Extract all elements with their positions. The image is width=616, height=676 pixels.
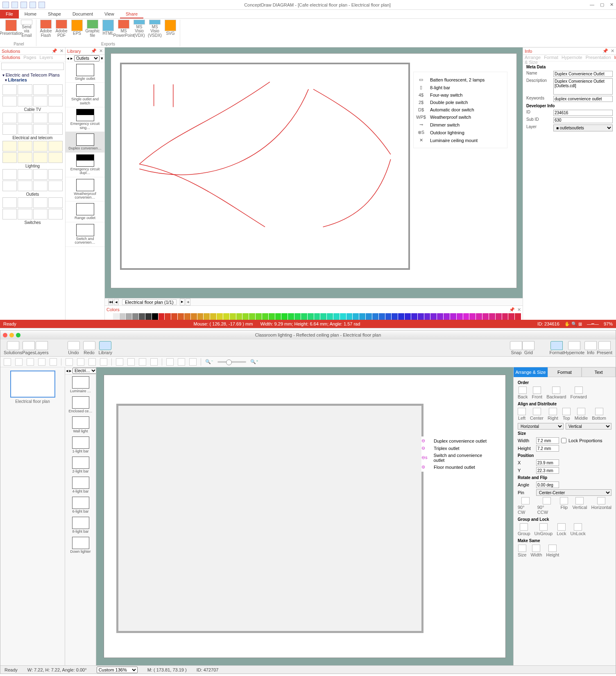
mac-lib-item[interactable]: 8-light bar [68,515,92,535]
h-distribute[interactable]: Horizontal [518,423,564,430]
color-swatch[interactable] [444,313,450,320]
tab-home[interactable]: Home [19,10,42,18]
color-swatch[interactable] [197,313,204,320]
export-pdf[interactable]: Adobe PDF [54,20,68,38]
mac-lib-item[interactable]: Luminaire … [68,375,92,395]
tab-share[interactable]: Share [120,10,143,18]
close-panel-icon[interactable]: ✕ [517,307,521,312]
color-swatch[interactable] [236,313,242,320]
color-swatch[interactable] [333,313,340,320]
color-swatch[interactable] [385,313,392,320]
itab-format[interactable]: Format [548,367,582,377]
color-swatch[interactable] [126,313,132,320]
color-swatch[interactable] [106,313,113,320]
lib-fwd-icon[interactable]: ▸ [69,368,72,373]
mac-lib-item[interactable]: 6-light bar [68,495,92,515]
color-swatch[interactable] [327,313,333,320]
tab-presentation[interactable]: Presentation [586,55,611,61]
color-swatch[interactable] [411,313,417,320]
color-swatch[interactable] [482,313,489,320]
color-swatch[interactable] [405,313,411,320]
color-swatch[interactable] [159,313,165,320]
stroke-icon[interactable] [189,358,197,366]
color-swatch[interactable] [515,313,521,320]
id-input[interactable] [553,110,613,116]
insp-btn-unlock[interactable]: UnLock [570,523,585,536]
export-vsdx[interactable]: MS Visio (VSDX) [148,20,162,38]
close-panel-icon[interactable]: ✕ [99,48,103,54]
subid-input[interactable] [553,117,613,123]
export-vdx[interactable]: MS Visio (VDX) [132,20,146,38]
color-swatch[interactable] [294,313,301,320]
shelf-switches[interactable] [0,197,65,219]
pencil-tool-icon[interactable] [88,358,96,366]
color-swatch[interactable] [346,313,353,320]
close-panel-icon[interactable]: ✕ [60,48,63,54]
color-swatch[interactable] [476,313,482,320]
color-swatch[interactable] [152,313,158,320]
hypernote-button[interactable]: Hypernote [564,341,584,355]
tab-view[interactable]: View [99,10,120,18]
tab-shape[interactable]: Shape [42,10,67,18]
insp-btn-horizontal[interactable]: Horizontal [591,497,611,515]
color-swatch[interactable] [314,313,320,320]
itab-text[interactable]: Text [582,367,616,377]
solutions-search[interactable] [1,63,64,70]
tab-layers[interactable]: Layers [39,55,53,61]
lib-fwd-icon[interactable]: ▸ [70,56,73,61]
pin-icon[interactable]: 📌 [509,307,515,312]
color-swatch[interactable] [463,313,469,320]
library-item[interactable]: Switch and convenien… [66,222,104,247]
color-swatch[interactable] [366,313,372,320]
y-input[interactable] [536,467,559,474]
color-swatch[interactable] [269,313,275,320]
color-swatch[interactable] [450,313,456,320]
color-swatch[interactable] [113,313,119,320]
lib-menu-icon[interactable]: ▾ [101,56,103,61]
send-email-button[interactable]: Send via Email [20,20,34,38]
color-swatch[interactable] [359,313,365,320]
distribute-tool-icon[interactable] [127,358,135,366]
color-swatch[interactable] [424,313,430,320]
traffic-min[interactable] [9,333,14,337]
color-swatch[interactable] [165,313,171,320]
insp-btn-width[interactable]: Width [530,545,542,557]
color-swatch[interactable] [457,313,463,320]
keywords-input[interactable] [553,96,613,102]
connector-tool-icon[interactable] [77,358,84,366]
tool-pages[interactable]: Pages [22,341,35,355]
zoom-in-icon[interactable]: 🔍⁺ [250,359,258,364]
insp-btn-back[interactable]: Back [518,387,528,399]
mac-lib-item[interactable]: 2-light bar [68,455,92,475]
pin-icon[interactable]: 📌 [602,48,608,54]
info-button[interactable]: Info [584,341,597,355]
color-swatch[interactable] [191,313,197,320]
layer-select[interactable]: ■ outletsoutlets [553,124,613,131]
zoom-out-icon[interactable]: 🔍⁻ [205,359,213,364]
color-swatch[interactable] [372,313,378,320]
library-button[interactable]: Library [99,341,113,355]
color-swatch[interactable] [132,313,138,320]
sheet-name[interactable]: Electrical floor plan (1/1) [122,299,177,305]
color-swatch[interactable] [398,313,404,320]
zoom-select[interactable]: Custom 136% [97,667,138,673]
library-item[interactable]: Single outlet and switch [66,83,104,107]
insp-btn-vertical[interactable]: Vertical [572,497,587,515]
status-icons[interactable]: ✋ 🔍 ⊞ [564,321,582,327]
color-swatch[interactable] [256,313,262,320]
v-distribute[interactable]: Vertical [566,423,611,430]
maximize-button[interactable]: ▢ [600,2,604,7]
lib-select[interactable]: Electri… [72,368,96,374]
color-swatch[interactable] [210,313,216,320]
color-swatch[interactable] [281,313,288,320]
insp-btn-flip[interactable]: Flip [560,497,568,515]
library-item[interactable]: Emergency circuit dupl… [66,153,104,177]
color-swatch[interactable] [392,313,398,320]
insp-btn-top[interactable]: Top [562,408,571,421]
export-graphic[interactable]: Graphic file [86,20,100,38]
insp-btn-group[interactable]: Group [518,523,530,536]
shelf-outlets[interactable] [0,169,65,191]
ellipse-tool-icon[interactable] [38,358,45,366]
insp-btn-ungroup[interactable]: UnGroup [534,523,553,536]
qat-undo-icon[interactable] [20,2,27,8]
